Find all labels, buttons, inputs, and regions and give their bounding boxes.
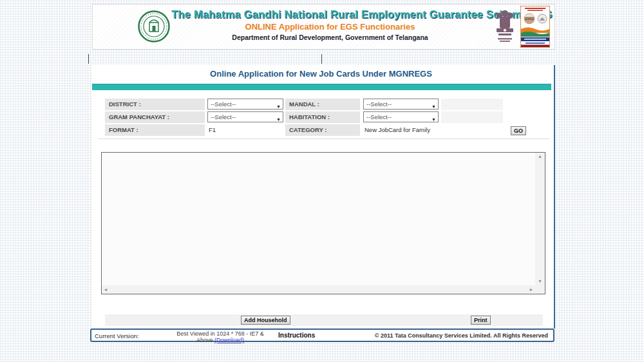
print-button[interactable]: Print [471, 316, 491, 325]
category-value: New JobCard for Family [365, 124, 430, 136]
header-titles: The Mahatma Gandhi National Rural Employ… [171, 8, 489, 43]
vertical-scrollbar[interactable]: ▲ ▼ [535, 153, 545, 285]
best-viewed-text: Best Viewed in 1024 * 768 - IE7 & Above … [151, 330, 290, 343]
format-label: FORMAT : [105, 124, 205, 136]
best-viewed-line2-prefix: Above [196, 337, 214, 343]
main-panel: Online Application for New Job Cards Und… [92, 65, 555, 329]
chevron-down-icon: ▼ [276, 102, 281, 111]
gram-panchayat-dropdown-value: --Select-- [211, 113, 236, 120]
form-separator [99, 138, 549, 139]
actions-bar: Add Household Print [105, 314, 543, 326]
best-viewed-line1: Best Viewed in 1024 * 768 - IE7 & [176, 330, 263, 337]
scroll-up-icon[interactable]: ▲ [535, 153, 545, 160]
page-background: The Mahatma Gandhi National Rural Employ… [0, 0, 644, 362]
header-subtitle: ONLINE Application for EGS Functionaries [171, 21, 489, 33]
district-label: DISTRICT : [105, 99, 205, 110]
gram-panchayat-dropdown[interactable]: --Select-- ▼ [207, 111, 283, 122]
district-dropdown-value: --Select-- [211, 100, 236, 108]
habitation-dropdown-value: --Select-- [366, 113, 392, 120]
results-panel: ▲ ▼ ◄ ► [101, 152, 545, 294]
page-title: Online Application for New Job Cards Und… [92, 69, 550, 79]
header-department: Department of Rural Development, Governm… [171, 33, 489, 43]
row-filler [441, 99, 503, 110]
download-link[interactable]: (Download) [214, 337, 244, 343]
row-filler [441, 111, 503, 123]
footer-bar: Current Version: Best Viewed in 1024 * 7… [90, 329, 554, 342]
horizontal-scrollbar[interactable]: ◄ ► [102, 285, 535, 294]
national-emblem-ashoka-pillar-icon [493, 8, 516, 46]
header-title: The Mahatma Gandhi National Rural Employ… [171, 8, 489, 21]
accent-bar [92, 84, 551, 90]
chevron-down-icon: ▼ [431, 115, 436, 124]
telangana-government-seal-icon [138, 10, 170, 43]
mandal-label: MANDAL : [285, 99, 360, 110]
habitation-dropdown[interactable]: --Select-- ▼ [363, 111, 439, 122]
mgnrega-gandhi-poster-image [520, 6, 550, 48]
form-row: DISTRICT : --Select-- ▼ MANDAL : --Selec… [92, 99, 555, 110]
divider-tick-middle [321, 54, 322, 64]
scrollbar-corner [535, 285, 545, 294]
format-value: F1 [209, 124, 216, 136]
scroll-down-icon[interactable]: ▼ [535, 278, 545, 285]
habitation-label: HABITATION : [285, 111, 360, 123]
scroll-right-icon[interactable]: ► [527, 285, 535, 294]
chevron-down-icon: ▼ [276, 115, 281, 124]
instructions-link[interactable]: Instructions [278, 332, 315, 339]
current-version-label: Current Version: [95, 332, 139, 339]
divider-tick-left [88, 54, 89, 64]
category-label: CATEGORY : [285, 124, 360, 136]
add-household-button[interactable]: Add Household [241, 316, 290, 325]
mandal-dropdown-value: --Select-- [366, 100, 392, 108]
app-header: The Mahatma Gandhi National Rural Employ… [92, 4, 555, 50]
copyright-text: © 2011 Tata Consultancy Services Limited… [375, 332, 548, 339]
mandal-dropdown[interactable]: --Select-- ▼ [363, 99, 439, 110]
scroll-left-icon[interactable]: ◄ [102, 285, 109, 294]
form-row: GRAM PANCHAYAT : --Select-- ▼ HABITATION… [92, 111, 555, 123]
go-button[interactable]: GO [511, 126, 526, 135]
form-row: FORMAT : F1 CATEGORY : New JobCard for F… [92, 124, 555, 136]
gram-panchayat-label: GRAM PANCHAYAT : [105, 111, 205, 123]
district-dropdown[interactable]: --Select-- ▼ [207, 99, 283, 110]
chevron-down-icon: ▼ [431, 102, 436, 111]
